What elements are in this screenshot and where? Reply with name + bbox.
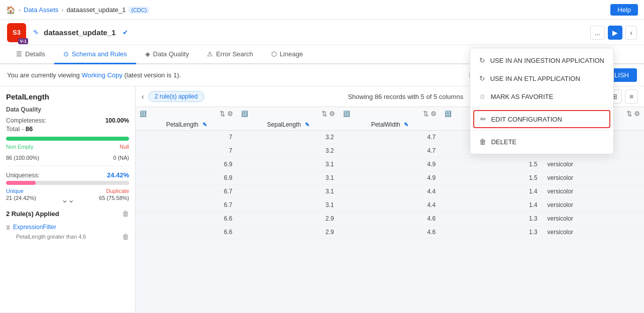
table-cell: 6.9 bbox=[136, 158, 237, 171]
breadcrumb-sep2: › bbox=[61, 7, 63, 14]
collapse-button[interactable]: ⌄⌄ bbox=[61, 195, 74, 204]
header-row: S3 V-1 ✎ dataasset_update_1 ✔ ... ▶ ‹ bbox=[0, 20, 644, 45]
back-button[interactable]: ‹ bbox=[625, 26, 637, 40]
star-icon: ☆ bbox=[479, 92, 486, 100]
table-cell: 3.1 bbox=[237, 171, 339, 185]
col-header-petal-length: 🔢 ⇅ ⚙ PetalLength ✎ bbox=[136, 107, 237, 131]
table-cell: 1.5 bbox=[441, 171, 542, 185]
records-info: Showing 86 records with 5 of 5 columns bbox=[348, 93, 463, 100]
etl-icon: ↻ bbox=[479, 74, 485, 82]
tab-details[interactable]: ☰ Details bbox=[7, 45, 54, 64]
rules-badge[interactable]: 2 rule(s) applied bbox=[148, 91, 204, 102]
delete-icon: 🗑 bbox=[479, 138, 486, 146]
table-cell: 4.4 bbox=[339, 198, 441, 212]
tab-quality[interactable]: ◈ Data Quality bbox=[136, 45, 198, 64]
rule-name[interactable]: ExpressionFilter bbox=[13, 224, 56, 231]
sort-icon-sepal[interactable]: ⇅ bbox=[321, 110, 327, 118]
cdc-badge: (CDC) bbox=[129, 7, 149, 14]
asset-info: S3 V-1 ✎ dataasset_update_1 ✔ bbox=[7, 23, 128, 42]
settings-icon-petalw[interactable]: ⚙ bbox=[431, 110, 437, 118]
table-cell: 4.6 bbox=[339, 212, 441, 226]
rule-delete-icon[interactable]: 🗑 bbox=[122, 233, 129, 241]
table-cell: 4.7 bbox=[339, 144, 441, 158]
completeness-label: Completeness: bbox=[6, 117, 46, 124]
unique-row: Unique Duplicate bbox=[6, 188, 129, 194]
breadcrumb-data-assets[interactable]: Data Assets bbox=[24, 6, 58, 14]
table-cell: versicolor bbox=[543, 158, 644, 171]
ingestion-icon: ↻ bbox=[479, 56, 485, 64]
top-bar: 🏠 › Data Assets › dataasset_update_1 (CD… bbox=[0, 0, 644, 20]
table-cell: 6.9 bbox=[136, 171, 237, 185]
help-button[interactable]: Help bbox=[610, 4, 638, 16]
table-cell: 6.7 bbox=[136, 198, 237, 212]
table-cell: versicolor bbox=[543, 212, 644, 226]
quality-tab-icon: ◈ bbox=[145, 50, 150, 58]
more-options-button[interactable]: ... bbox=[590, 26, 605, 40]
table-cell: 7 bbox=[136, 131, 237, 144]
table-cell: 1.5 bbox=[441, 158, 542, 171]
table-cell: 6.6 bbox=[136, 226, 237, 239]
details-tab-icon: ☰ bbox=[16, 50, 22, 58]
menu-delete-item[interactable]: 🗑 DELETE bbox=[470, 133, 613, 151]
table-cell: 1.3 bbox=[441, 212, 542, 226]
working-copy-link[interactable]: Working Copy bbox=[81, 71, 122, 79]
menu-ingestion-item[interactable]: ↻ USE IN AN INGESTION APPLICATION bbox=[470, 51, 613, 69]
menu-favorite-item[interactable]: ☆ MARK AS FAVORITE bbox=[470, 87, 613, 106]
play-button[interactable]: ▶ bbox=[608, 26, 622, 40]
table-cell: 4.6 bbox=[339, 226, 441, 239]
settings-icon-species[interactable]: ⚙ bbox=[634, 110, 640, 118]
unique-value: 21 (24.42%) bbox=[6, 195, 36, 204]
table-cell: 6.6 bbox=[136, 212, 237, 226]
menu-separator bbox=[470, 108, 613, 108]
divider1 bbox=[6, 166, 129, 166]
edit-icon: ✏ bbox=[480, 115, 486, 123]
col-header-sepal-length: 🔢 ⇅ ⚙ SepalLength ✎ bbox=[237, 107, 339, 131]
table-cell: 3.1 bbox=[237, 158, 339, 171]
menu-edit-config-item[interactable]: ✏ EDIT CONFIGURATION bbox=[473, 110, 610, 128]
non-null-row: Non Empty Null bbox=[6, 144, 129, 150]
edit-asset-icon[interactable]: ✎ bbox=[33, 29, 39, 36]
uniqueness-label: Uniqueness: bbox=[6, 172, 40, 179]
table-cell: 2.9 bbox=[237, 212, 339, 226]
table-cell: 3.1 bbox=[237, 198, 339, 212]
s3-icon: S3 V-1 bbox=[7, 23, 26, 42]
left-arrow-button[interactable]: ‹ bbox=[142, 92, 144, 100]
settings-icon-petal[interactable]: ⚙ bbox=[227, 110, 233, 118]
uniqueness-row: Uniqueness: 24.42% bbox=[6, 171, 129, 179]
breadcrumb: 🏠 › Data Assets › dataasset_update_1 (CD… bbox=[6, 6, 149, 15]
rules-delete-icon[interactable]: 🗑 bbox=[122, 210, 129, 218]
version-badge: V-1 bbox=[18, 38, 28, 44]
table-cell: 3.2 bbox=[237, 144, 339, 158]
settings-icon-sepal[interactable]: ⚙ bbox=[329, 110, 335, 118]
menu-etl-item[interactable]: ↻ USE IN AN ETL APPLICATION bbox=[470, 69, 613, 87]
col-name-sepal-length: SepalLength bbox=[267, 121, 301, 128]
breadcrumb-asset-name: dataasset_update_1 bbox=[66, 6, 126, 14]
table-cell: 4.9 bbox=[339, 158, 441, 171]
home-icon[interactable]: 🏠 bbox=[6, 6, 16, 15]
sort-icon-petal[interactable]: ⇅ bbox=[220, 110, 225, 118]
table-row: 6.62.94.61.3versicolor bbox=[136, 212, 644, 226]
verified-icon: ✔ bbox=[123, 29, 128, 36]
table-cell: 6.7 bbox=[136, 185, 237, 198]
table-row: 6.93.14.91.5versicolor bbox=[136, 171, 644, 185]
tab-lineage[interactable]: ⬡ Lineage bbox=[262, 45, 312, 64]
list-view-button[interactable]: ≡ bbox=[625, 89, 638, 103]
tab-error[interactable]: ⚠ Error Search bbox=[198, 45, 262, 64]
tab-schema[interactable]: ⊙ Schema and Rules bbox=[54, 45, 136, 64]
edit-col-icon-sepal[interactable]: ✎ bbox=[305, 122, 309, 128]
null-value: 0 (NA) bbox=[113, 155, 129, 161]
table-row: 6.93.14.91.5versicolor bbox=[136, 158, 644, 171]
uniqueness-value: 24.42% bbox=[107, 171, 129, 179]
sort-icon-petalw[interactable]: ⇅ bbox=[423, 110, 428, 118]
edit-col-icon-petalw[interactable]: ✎ bbox=[404, 122, 408, 128]
edit-col-icon-petal[interactable]: ✎ bbox=[202, 122, 207, 128]
null-label: Null bbox=[120, 144, 129, 150]
non-empty-value: 86 (100.00%) bbox=[6, 155, 39, 161]
duplicate-value: 65 (75.58%) bbox=[99, 195, 129, 204]
completeness-value: 100.00% bbox=[105, 117, 129, 124]
non-null-values-row: 86 (100.00%) 0 (NA) bbox=[6, 155, 129, 161]
asset-title: dataasset_update_1 bbox=[44, 28, 116, 37]
table-cell: 2.9 bbox=[237, 226, 339, 239]
table-cell: 4.7 bbox=[339, 131, 441, 144]
sort-icon-species[interactable]: ⇅ bbox=[626, 110, 632, 118]
